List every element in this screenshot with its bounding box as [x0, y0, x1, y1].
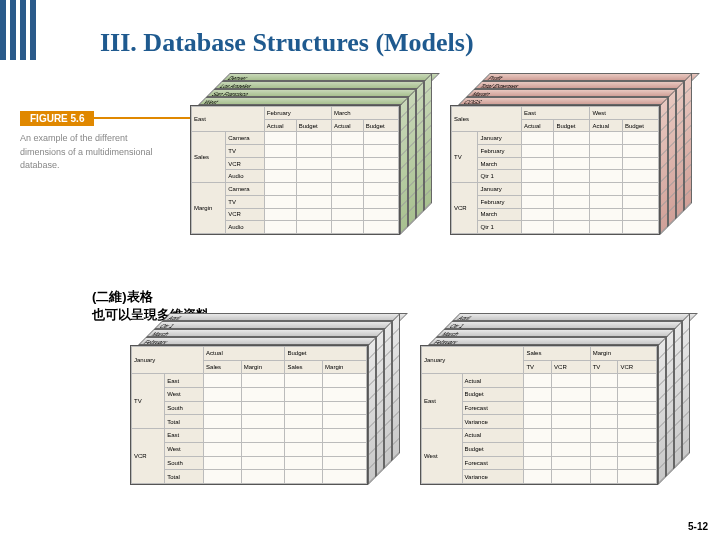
decorative-stripes	[0, 0, 40, 60]
cube3-layer-qtr1: Qtr 1	[154, 321, 400, 329]
cube-diagram-3: April Qtr 1 March February JanuaryActual…	[130, 345, 368, 485]
cube4-layer-march: March	[436, 329, 682, 337]
cube3-layer-april: April	[162, 313, 408, 321]
cube3-front-table: JanuaryActualBudget SalesMarginSalesMarg…	[130, 345, 368, 485]
cube3-layer-march: March	[146, 329, 392, 337]
cube4-front-table: JanuarySalesMargin TVVCRTVVCR EastActual…	[420, 345, 658, 485]
cube4-layer-april: April	[452, 313, 698, 321]
page-title: III. Database Structures (Models)	[100, 28, 474, 58]
figure-number: FIGURE 5.6	[20, 111, 94, 126]
cube4-layer-qtr1: Qtr 1	[444, 321, 690, 329]
cube1-layer-denver: Denver	[222, 73, 440, 81]
figure-label: FIGURE 5.6 An example of the different d…	[20, 108, 214, 173]
cube1-layer-sf: San Francisco	[206, 89, 424, 97]
cube1-layer-la: Los Angeles	[214, 81, 432, 89]
cube-diagram-2: Profit Total Expenses Margin COGS SalesE…	[450, 105, 660, 235]
cube1-front-table: EastFebruaryMarch ActualBudgetActualBudg…	[190, 105, 400, 235]
cube3-layer-feb: February	[138, 337, 384, 345]
cube-diagram-4: April Qtr 1 March February JanuarySalesM…	[420, 345, 658, 485]
cube2-layer-cogs: COGS	[458, 97, 676, 105]
note-line-1: (二維)表格	[92, 288, 209, 306]
page-number: 5-12	[688, 521, 708, 532]
cube-diagram-1: Denver Los Angeles San Francisco West Ea…	[190, 105, 400, 235]
figure-description: An example of the different dimensions o…	[20, 132, 170, 173]
cube2-front-table: SalesEastWest ActualBudgetActualBudget T…	[450, 105, 660, 235]
cube2-layer-expenses: Total Expenses	[474, 81, 692, 89]
cube2-layer-margin: Margin	[466, 89, 684, 97]
cube4-layer-feb: February	[428, 337, 674, 345]
cube1-layer-west: West	[198, 97, 416, 105]
cube2-layer-profit: Profit	[482, 73, 700, 81]
